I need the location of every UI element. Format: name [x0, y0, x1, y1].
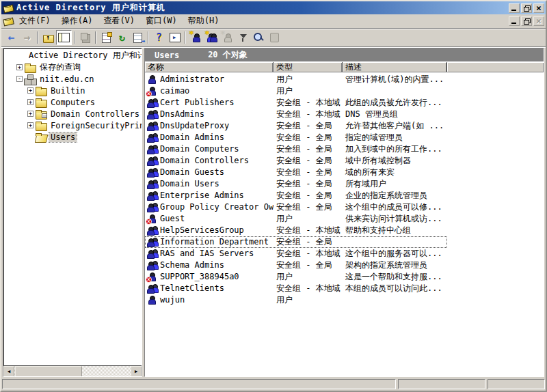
new-user-button[interactable]: *	[188, 30, 204, 45]
refresh-button[interactable]	[114, 30, 130, 45]
tree-item-label: ForeignSecurityPrincipals	[49, 121, 142, 130]
object-name: Guest	[160, 213, 185, 225]
table-row[interactable]: SUPPORT_388945a0 用户 这是一个帮助和支持服...	[145, 271, 544, 283]
object-type: 安全组 - 全局	[274, 155, 343, 167]
object-icon	[146, 121, 158, 131]
table-row[interactable]: Domain Controllers 安全组 - 全局 域中所有域控制器	[145, 155, 544, 167]
new-window-button[interactable]	[167, 30, 183, 45]
column-header-desc[interactable]: 描述	[343, 62, 447, 72]
tree-expand-toggle[interactable]: +	[27, 122, 34, 128]
add-member-icon: *	[222, 32, 233, 43]
close-button[interactable]	[533, 3, 544, 13]
table-row[interactable]: Information Department 安全组 - 全局	[145, 236, 544, 248]
column-header-name[interactable]: 名称	[145, 62, 274, 72]
menu-item[interactable]: 帮助(H)	[183, 14, 225, 29]
object-icon	[146, 132, 158, 143]
tree-item-label: Computers	[49, 98, 96, 107]
table-row[interactable]: Administrator 用户 管理计算机(域)的内置...	[145, 74, 544, 85]
tree-expand-toggle[interactable]: +	[27, 111, 34, 117]
tree-item-label: Active Directory 用户和计算机	[27, 50, 142, 61]
properties-button[interactable]	[98, 30, 114, 45]
minimize-button[interactable]	[509, 3, 520, 13]
object-icon	[146, 214, 158, 224]
object-type: 安全组 - 全局	[274, 132, 343, 143]
object-name: RAS and IAS Servers	[160, 248, 254, 260]
scroll-right-button[interactable]: ▶	[131, 366, 142, 377]
tree-item-icon	[36, 132, 47, 142]
tree-item-icon	[36, 120, 47, 130]
table-row[interactable]: DnsAdmins 安全组 - 本地域 DNS 管理员组	[145, 109, 544, 120]
table-row[interactable]: DnsUpdateProxy 安全组 - 全局 允许替其他客户端(如 ...	[145, 120, 544, 132]
tree-item[interactable]: + Builtin	[5, 85, 142, 96]
menu-item[interactable]: 操作(A)	[56, 14, 98, 29]
object-name: HelpServicesGroup	[160, 225, 244, 236]
object-name: DnsUpdateProxy	[160, 120, 229, 132]
child-restore-button[interactable]	[521, 16, 532, 26]
table-row[interactable]: Guest 用户 供来宾访问计算机或访...	[145, 213, 544, 225]
object-name: Group Policy Creator Owners	[160, 201, 274, 213]
console-tree: Active Directory 用户和计算机 + 保存的查询 - niit.e…	[3, 48, 142, 365]
table-row[interactable]: Schema Admins 安全组 - 全局 架构的指定系统管理员	[145, 260, 544, 271]
new-group-button[interactable]: *	[204, 30, 219, 45]
object-icon	[146, 202, 158, 212]
back-button[interactable]	[3, 30, 19, 45]
restore-button[interactable]	[521, 3, 532, 13]
tree-expand-toggle[interactable]: +	[27, 87, 34, 94]
column-header-type[interactable]: 类型	[274, 62, 343, 72]
scroll-left-button[interactable]: ◀	[3, 366, 14, 377]
child-close-button	[533, 16, 544, 26]
tree-item[interactable]: + Domain Controllers	[5, 108, 142, 120]
tree-expand-toggle[interactable]: +	[27, 99, 34, 105]
tree-item[interactable]: - niit.edu.cn	[5, 73, 142, 85]
tree-expand-toggle[interactable]: -	[16, 76, 23, 82]
object-description: 这个组中的服务器可以...	[343, 248, 447, 260]
disabled-badge-icon	[146, 91, 152, 97]
child-minimize-button[interactable]	[509, 16, 520, 26]
tree-item[interactable]: + 保存的查询	[5, 61, 142, 73]
help-icon	[153, 32, 165, 43]
menu-item[interactable]: 文件(F)	[14, 14, 56, 29]
up-one-level-button[interactable]	[40, 30, 56, 45]
table-row[interactable]: Cert Publishers 安全组 - 本地域 此组的成员被允许发行...	[145, 97, 544, 109]
console-tree-pane: Active Directory 用户和计算机 + 保存的查询 - niit.e…	[3, 48, 142, 377]
show-console-tree-button[interactable]	[56, 30, 72, 45]
table-row[interactable]: RAS and IAS Servers 安全组 - 本地域 这个组中的服务器可以…	[145, 248, 544, 260]
table-row[interactable]: Domain Users 安全组 - 全局 所有域用户	[145, 178, 544, 190]
disabled-badge-icon	[146, 277, 152, 283]
object-icon	[146, 98, 158, 108]
tree-item[interactable]: + ForeignSecurityPrincipals	[5, 120, 142, 131]
tree-expand-toggle[interactable]: +	[16, 64, 23, 70]
table-row[interactable]: TelnetClients 安全组 - 本地域 本组的成员可以访问此...	[145, 283, 544, 294]
table-row[interactable]: wujun 用户	[145, 294, 544, 306]
scrollbar-thumb[interactable]	[15, 366, 82, 377]
filter-button[interactable]	[235, 30, 251, 45]
object-type: 用户	[274, 294, 343, 306]
find-button[interactable]	[251, 30, 267, 45]
menu-item[interactable]: 窗口(W)	[140, 14, 183, 29]
table-row[interactable]: Enterprise Admins 安全组 - 全局 企业的指定系统管理员	[145, 190, 544, 201]
object-type: 安全组 - 全局	[274, 143, 343, 155]
menu-item[interactable]: 查看(V)	[98, 14, 140, 29]
table-row[interactable]: Domain Guests 安全组 - 全局 域的所有来宾	[145, 167, 544, 178]
object-type: 用户	[274, 213, 343, 225]
table-row[interactable]: HelpServicesGroup 安全组 - 本地域 帮助和支持中心组	[145, 225, 544, 236]
new-object-button	[267, 30, 282, 45]
tree-horizontal-scrollbar[interactable]: ◀ ▶	[3, 365, 142, 376]
table-row[interactable]: caimao 用户	[145, 85, 544, 97]
tree-item-label: Users	[49, 132, 77, 142]
help-button[interactable]	[151, 30, 167, 45]
table-row[interactable]: Domain Computers 安全组 - 全局 加入到域中的所有工作...	[145, 143, 544, 155]
title-bar[interactable]: Active Directory 用户和计算机	[1, 1, 546, 14]
window-title: Active Directory 用户和计算机	[16, 2, 509, 14]
refresh-icon	[116, 32, 128, 43]
child-window-icon[interactable]	[3, 16, 14, 26]
tree-item[interactable]: + Computers	[5, 96, 142, 108]
object-description: 本组的成员可以访问此...	[343, 283, 447, 294]
tree-item[interactable]: Active Directory 用户和计算机	[5, 50, 142, 61]
object-icon	[146, 86, 158, 96]
export-list-button[interactable]	[130, 30, 146, 45]
table-row[interactable]: Group Policy Creator Owners 安全组 - 全局 这个组…	[145, 201, 544, 213]
tree-item[interactable]: Users	[5, 131, 142, 143]
table-row[interactable]: Domain Admins 安全组 - 全局 指定的域管理员	[145, 132, 544, 143]
scrollbar-track[interactable]	[82, 366, 131, 376]
